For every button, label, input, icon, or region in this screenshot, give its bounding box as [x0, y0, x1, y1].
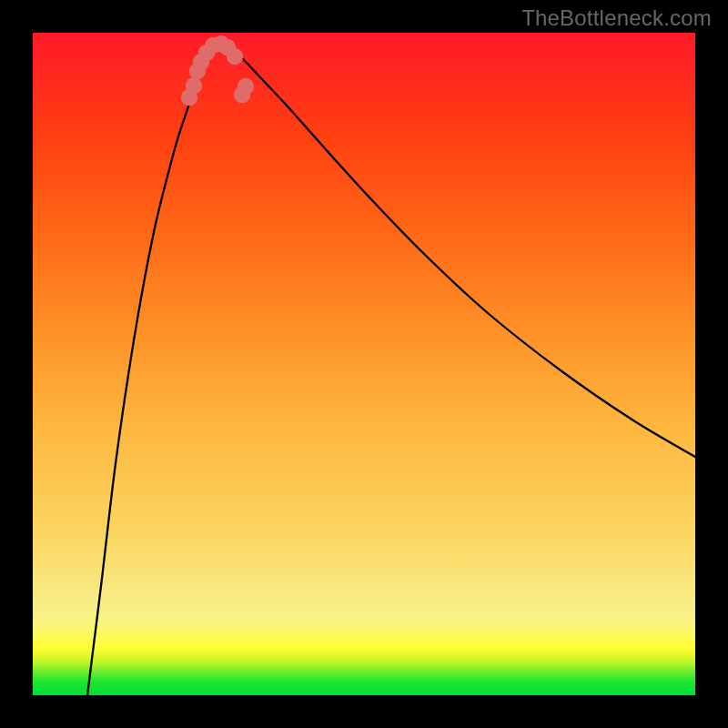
- bottleneck-curve: [87, 44, 695, 695]
- plot-area: [33, 33, 695, 695]
- marker-dot: [186, 77, 202, 94]
- watermark-text: TheBottleneck.com: [521, 5, 712, 31]
- chart-root: TheBottleneck.com: [0, 0, 728, 728]
- marker-dot: [227, 48, 243, 65]
- highlight-markers: [181, 35, 254, 106]
- marker-dot: [238, 78, 254, 95]
- curve-layer: [33, 33, 695, 695]
